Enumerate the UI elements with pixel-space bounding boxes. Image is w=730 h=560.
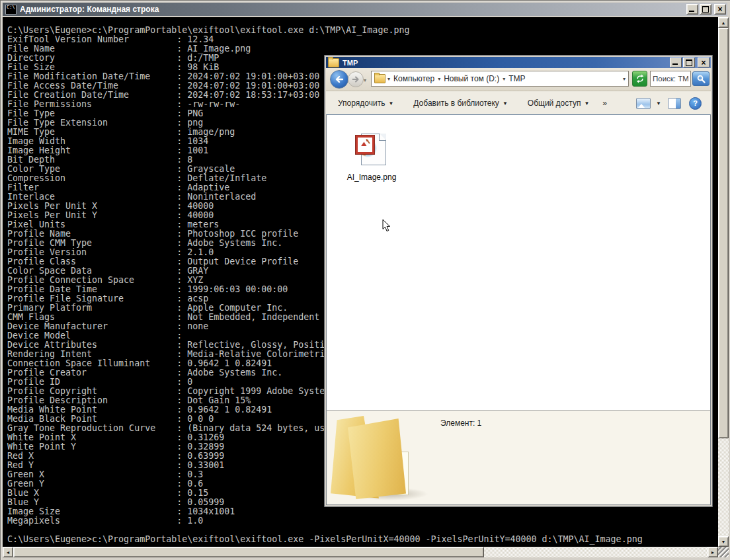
file-name-label: AI_Image.png bbox=[339, 173, 405, 182]
chevron-down-icon: ▼ bbox=[584, 100, 589, 106]
back-button[interactable] bbox=[330, 70, 348, 89]
png-file-icon bbox=[356, 134, 387, 167]
explorer-command-bar: Упорядочить ▼ Добавить в библиотеку ▼ Об… bbox=[326, 91, 711, 115]
recent-pages-dropdown-icon[interactable]: ▾ bbox=[364, 77, 366, 83]
explorer-titlebar[interactable]: TMP × bbox=[326, 57, 711, 68]
console-vertical-scrollbar[interactable]: ▲ ▼ bbox=[718, 17, 729, 547]
explorer-close-button[interactable]: × bbox=[698, 58, 710, 67]
breadcrumb-separator-icon[interactable]: ▾ bbox=[385, 76, 392, 82]
desktop-screen: Администратор: Командная строка × C:\Use… bbox=[0, 0, 730, 560]
chevron-down-icon: ▼ bbox=[503, 100, 508, 106]
window-resize-grip[interactable] bbox=[718, 547, 729, 557]
refresh-button[interactable] bbox=[632, 71, 647, 87]
console-close-button[interactable]: × bbox=[714, 4, 726, 15]
scroll-down-button[interactable]: ▼ bbox=[718, 536, 729, 547]
console-maximize-button[interactable] bbox=[700, 4, 711, 15]
back-arrow-icon bbox=[334, 74, 345, 85]
address-folder-icon bbox=[374, 74, 385, 83]
change-view-button[interactable] bbox=[636, 98, 651, 109]
explorer-maximize-button[interactable] bbox=[683, 58, 695, 67]
breadcrumb-tmp[interactable]: TMP bbox=[507, 74, 526, 83]
explorer-minimize-button[interactable] bbox=[670, 58, 682, 67]
address-history-dropdown-icon[interactable]: ▾ bbox=[623, 76, 626, 82]
preview-pane-button[interactable] bbox=[668, 98, 681, 109]
file-item[interactable]: AI_Image.png bbox=[339, 134, 405, 182]
item-count-label: Элемент: 1 bbox=[440, 419, 481, 428]
search-button[interactable] bbox=[692, 71, 710, 86]
share-label: Общий доступ bbox=[528, 99, 581, 108]
search-box[interactable] bbox=[650, 71, 691, 87]
details-pane: Элемент: 1 bbox=[327, 410, 710, 504]
image-type-badge-icon bbox=[356, 136, 374, 154]
search-icon bbox=[696, 74, 706, 84]
scroll-right-button[interactable]: ► bbox=[708, 547, 718, 557]
address-bar[interactable]: ▾ Компьютер ▾ Новый том (D:) ▾ TMP ▾ bbox=[371, 71, 629, 87]
scroll-left-button[interactable]: ◄ bbox=[3, 547, 13, 557]
console-horizontal-scrollbar[interactable]: ◄ ► bbox=[3, 547, 718, 557]
views-dropdown-icon[interactable]: ▼ bbox=[656, 100, 661, 106]
breadcrumb-separator-icon[interactable]: ▾ bbox=[436, 76, 442, 82]
breadcrumb-computer[interactable]: Компьютер bbox=[392, 74, 436, 83]
console-titlebar[interactable]: Администратор: Командная строка × bbox=[3, 3, 727, 16]
help-button[interactable]: ? bbox=[689, 97, 702, 110]
mouse-cursor bbox=[382, 219, 391, 235]
explorer-window: TMP × ▾ ▾ Компьютер bbox=[324, 55, 713, 507]
organize-label: Упорядочить bbox=[338, 99, 385, 108]
refresh-icon bbox=[635, 74, 645, 83]
explorer-navbar: ▾ ▾ Компьютер ▾ Новый том (D:) ▾ TMP ▾ bbox=[326, 68, 711, 91]
scroll-up-button[interactable]: ▲ bbox=[718, 17, 729, 28]
forward-arrow-icon bbox=[351, 75, 360, 84]
search-input[interactable] bbox=[651, 71, 690, 86]
open-folder-icon bbox=[328, 413, 434, 502]
console-minimize-button[interactable] bbox=[686, 4, 698, 15]
horizontal-scroll-thumb[interactable] bbox=[13, 547, 484, 557]
more-commands-button[interactable]: » bbox=[602, 99, 607, 108]
folder-icon bbox=[328, 58, 339, 67]
breadcrumb-separator-icon[interactable]: ▾ bbox=[501, 76, 507, 82]
file-list-area[interactable]: AI_Image.png Элемент: 1 bbox=[326, 114, 711, 505]
cmd-prompt-icon bbox=[5, 5, 17, 15]
share-menu-button[interactable]: Общий доступ ▼ bbox=[524, 96, 594, 110]
add-to-library-menu-button[interactable]: Добавить в библиотеку ▼ bbox=[409, 96, 511, 110]
breadcrumb-drive-d[interactable]: Новый том (D:) bbox=[442, 74, 501, 83]
vertical-scroll-thumb[interactable] bbox=[718, 28, 729, 438]
organize-menu-button[interactable]: Упорядочить ▼ bbox=[334, 96, 397, 110]
forward-button[interactable] bbox=[348, 71, 364, 87]
chevron-down-icon: ▼ bbox=[388, 100, 393, 106]
explorer-window-title: TMP bbox=[343, 59, 358, 67]
console-window-title: Администратор: Командная строка bbox=[20, 5, 159, 14]
add-to-library-label: Добавить в библиотеку bbox=[413, 99, 499, 108]
